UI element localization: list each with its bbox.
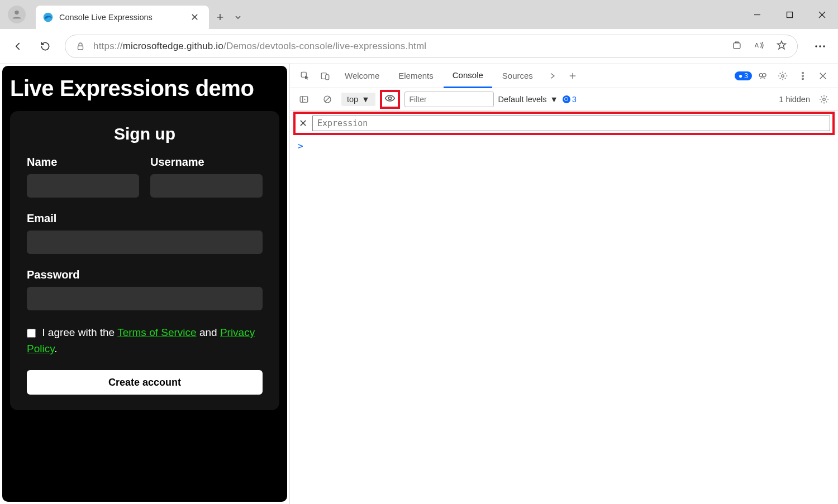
svg-point-31 [823,98,826,100]
tab-title: Console Live Expressions [59,13,183,22]
devtools-menu-button[interactable] [793,66,812,85]
card-title: Sign up [27,124,263,143]
email-label: Email [27,212,263,225]
console-filter-input[interactable] [404,92,494,107]
browser-tab[interactable]: Console Live Expressions ✕ [36,6,209,29]
svg-point-11 [823,45,825,47]
window-minimize-button[interactable] [741,0,773,29]
nav-refresh-button[interactable] [34,35,57,58]
remove-live-expression-button[interactable]: ✕ [298,117,308,129]
console-info-badge[interactable]: 3 [563,95,577,104]
console-settings-button[interactable] [815,90,834,109]
svg-point-0 [15,11,18,15]
name-label: Name [27,156,139,169]
tab-close-button[interactable]: ✕ [188,11,201,23]
svg-line-29 [325,97,330,102]
address-bar-actions: A [731,40,787,53]
live-expression-button-highlight [380,90,400,109]
info-dot-icon [563,95,570,103]
devtools-close-button[interactable] [813,66,832,85]
device-toolbar-button[interactable] [316,66,335,85]
webpage-content: Live Expressions demo Sign up Name Usern… [2,66,287,502]
tab-list-dropdown[interactable] [231,6,245,29]
nav-back-button[interactable] [7,35,30,58]
svg-point-10 [819,45,821,47]
agree-mid: and [197,327,220,338]
context-label: top [347,95,358,104]
agree-checkbox[interactable] [27,329,36,338]
add-tab-button[interactable] [563,66,582,85]
svg-point-22 [802,78,804,79]
window-maximize-button[interactable] [773,0,806,29]
clear-console-button[interactable] [318,90,337,109]
dropdown-caret-icon: ▼ [361,95,369,104]
page-heading: Live Expressions demo [10,76,279,101]
main-area: Live Expressions demo Sign up Name Usern… [0,64,838,504]
console-toolbar: top ▼ Default levels ▼ 3 1 hidden [290,88,838,111]
svg-text:A: A [755,42,759,49]
password-label: Password [27,268,263,281]
svg-marker-27 [304,98,306,100]
svg-point-21 [802,75,804,76]
window-close-button[interactable] [806,0,838,29]
issues-badge[interactable]: ● 3 [735,71,752,80]
url-host: microsoftedge.github.io [123,41,223,51]
edge-favicon-icon [42,12,54,23]
devtools-tab-elements[interactable]: Elements [389,64,442,88]
read-aloud-icon[interactable]: A [754,40,765,53]
svg-point-20 [802,72,804,74]
url-path: /Demos/devtools-console/live-expressions… [223,41,426,51]
devtools-tab-bar: Welcome Elements Console Sources ● 3 [290,64,838,88]
new-tab-button[interactable]: + [209,6,231,29]
devtools-tab-welcome[interactable]: Welcome [336,64,388,88]
favorites-star-icon[interactable] [776,40,787,53]
svg-point-17 [759,73,763,76]
console-prompt-icon: > [298,141,303,151]
devtools-tab-console[interactable]: Console [444,64,492,88]
password-input[interactable] [27,287,263,310]
address-bar-row: https://microsoftedge.github.io/Demos/de… [0,29,838,64]
execution-context-selector[interactable]: top ▼ [341,93,375,106]
dropdown-caret-icon: ▼ [550,95,558,104]
tos-link[interactable]: Terms of Service [117,327,196,338]
log-levels-selector[interactable]: Default levels ▼ [498,95,558,104]
agree-text: I agree with the Terms of Service and Pr… [27,325,263,357]
live-expression-bar-highlight: ✕ [293,112,835,135]
browser-menu-button[interactable] [809,35,831,57]
email-input[interactable] [27,231,263,254]
inspect-element-button[interactable] [296,66,315,85]
svg-rect-3 [787,12,792,17]
profile-avatar[interactable] [8,6,26,23]
live-expression-input[interactable] [312,116,830,131]
issues-count: 3 [744,72,748,80]
app-available-icon[interactable] [731,40,742,53]
create-live-expression-button[interactable] [384,94,396,104]
levels-label: Default levels [498,95,547,104]
console-body[interactable]: > [290,135,838,504]
username-label: Username [150,156,263,169]
svg-rect-6 [78,46,83,50]
address-bar[interactable]: https://microsoftedge.github.io/Demos/de… [65,35,798,58]
signup-card: Sign up Name Username Email Password [10,111,279,410]
devtools-settings-button[interactable] [773,66,792,85]
url-text: https://microsoftedge.github.io/Demos/de… [93,41,426,52]
svg-point-19 [782,74,784,77]
svg-rect-7 [734,42,740,48]
username-input[interactable] [150,174,263,198]
window-controls [741,0,838,29]
site-info-lock-icon[interactable] [75,41,85,51]
svg-point-9 [815,45,817,47]
svg-rect-14 [326,74,329,79]
console-sidebar-toggle[interactable] [294,90,313,109]
live-expression-bar: ✕ [298,116,830,131]
name-input[interactable] [27,174,139,198]
hidden-messages-text[interactable]: 1 hidden [779,95,810,104]
more-tabs-button[interactable] [543,66,562,85]
devtools-panel: Welcome Elements Console Sources ● 3 top… [289,64,838,504]
url-scheme: https:// [93,41,123,51]
devtools-tab-sources[interactable]: Sources [493,64,542,88]
create-account-button[interactable]: Create account [27,370,263,395]
svg-rect-25 [300,96,308,102]
window-titlebar: Console Live Expressions ✕ + [0,0,838,29]
feedback-button[interactable] [753,66,772,85]
